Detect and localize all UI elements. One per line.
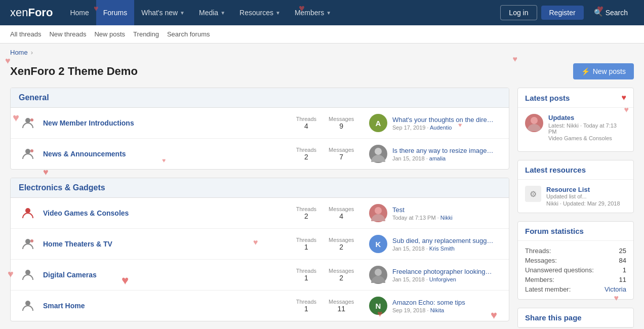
nav-resources[interactable]: Resources ▼ bbox=[232, 0, 288, 25]
avatar-home-theaters: K bbox=[369, 235, 387, 253]
forum-name-new-member[interactable]: New Member Introductions bbox=[43, 119, 134, 127]
latest-title-news[interactable]: Is there any way to resize images? bbox=[392, 147, 494, 154]
forum-name-news[interactable]: News & Announcements bbox=[43, 150, 126, 158]
lp-info: Updates Latest: Nikki · Today at 7:13 PM… bbox=[548, 114, 626, 141]
sidebar-share-title: Share this page bbox=[525, 313, 582, 322]
threads-stat-smart-home: Threads 1 bbox=[296, 299, 316, 313]
content-area: General New Member Introductions Thread bbox=[10, 88, 509, 329]
svg-point-2 bbox=[25, 149, 30, 154]
sidebar-share-header: Share this page bbox=[518, 308, 633, 327]
breadcrumb-sep: › bbox=[31, 49, 33, 56]
forum-stats-digital-cameras: Threads 1 Messages 2 bbox=[287, 268, 363, 282]
nav-media[interactable]: Media ▼ bbox=[192, 0, 232, 25]
sidebar-share: Share this page bbox=[517, 308, 634, 328]
forum-row-news: News & Announcements Threads 2 Messages … bbox=[11, 139, 509, 169]
latest-post-digital-cameras: Freelance photographer looking to… Jan 1… bbox=[369, 266, 501, 284]
stats-grid: Threads: 25 Messages: 84 Unanswered ques… bbox=[525, 247, 626, 293]
stat-key-unanswered: Unanswered questions: bbox=[525, 266, 600, 274]
svg-point-7 bbox=[25, 239, 30, 244]
stat-key-members: Members: bbox=[525, 276, 600, 283]
latest-meta-home-theaters: Jan 15, 2018 · Kris Smith bbox=[392, 245, 494, 252]
messages-stat-smart-home: Messages 11 bbox=[329, 299, 354, 313]
threads-stat-digital-cameras: Threads 1 bbox=[296, 268, 316, 282]
latest-meta-video-games: Today at 7:13 PM · Nikki bbox=[392, 215, 453, 221]
sidebar-forum-statistics: Forum statistics Threads: 25 Messages: 8… bbox=[517, 221, 634, 300]
stat-key-latest-member: Latest member: bbox=[525, 285, 600, 293]
threads-stat-new-member: Threads 4 bbox=[296, 116, 316, 130]
stat-val-messages: 84 bbox=[605, 257, 626, 264]
sub-nav-new-threads[interactable]: New threads bbox=[49, 30, 86, 38]
sidebar-forum-stats-body: Threads: 25 Messages: 84 Unanswered ques… bbox=[518, 241, 633, 299]
logo-text-bold: Foro bbox=[28, 6, 53, 19]
section-header-general: General bbox=[11, 88, 509, 108]
avatar-video-games bbox=[369, 204, 387, 222]
lp-avatar bbox=[525, 114, 543, 132]
sub-nav-new-posts[interactable]: New posts bbox=[94, 30, 125, 38]
svg-point-12 bbox=[531, 117, 538, 124]
breadcrumb: Home › bbox=[0, 44, 644, 61]
forum-info-video-games: Video Games & Consoles bbox=[43, 209, 281, 217]
nav-members[interactable]: Members ▼ bbox=[288, 0, 338, 25]
lp-title[interactable]: Updates bbox=[548, 114, 626, 121]
resource-title[interactable]: Resource List bbox=[546, 186, 620, 193]
stat-val-members: 11 bbox=[605, 276, 626, 283]
messages-stat-news: Messages 7 bbox=[329, 147, 354, 161]
sidebar-latest-resources-title: Latest resources bbox=[525, 166, 586, 174]
svg-point-9 bbox=[25, 270, 30, 275]
latest-info-news: Is there any way to resize images? Jan 1… bbox=[392, 147, 494, 161]
svg-point-11 bbox=[25, 301, 30, 306]
search-button[interactable]: 🔍 Search bbox=[588, 6, 634, 20]
register-button[interactable]: Register bbox=[541, 6, 584, 20]
latest-meta-digital-cameras: Jan 15, 2018 · Unforgiven bbox=[392, 276, 494, 282]
latest-info-home-theaters: Sub died, any replacement sugge… Jan 15,… bbox=[392, 237, 494, 252]
avatar-digital-cameras bbox=[369, 266, 387, 284]
nav-forums[interactable]: Forums bbox=[96, 0, 134, 25]
login-button[interactable]: Log in bbox=[500, 5, 537, 20]
forum-info-smart-home: Smart Home bbox=[43, 302, 281, 310]
sub-nav-all-threads[interactable]: All threads bbox=[10, 30, 41, 38]
latest-info-digital-cameras: Freelance photographer looking to… Jan 1… bbox=[392, 268, 494, 282]
latest-title-smart-home[interactable]: Amazon Echo: some tips bbox=[392, 299, 465, 306]
stat-key-threads: Threads: bbox=[525, 247, 600, 255]
top-nav: ♥ ♥ ♥ xenForo Home Forums What's new ▼ M… bbox=[0, 0, 644, 25]
svg-point-0 bbox=[25, 118, 30, 123]
forum-name-digital-cameras[interactable]: Digital Cameras bbox=[43, 271, 97, 279]
latest-post-home-theaters: K Sub died, any replacement sugge… Jan 1… bbox=[369, 235, 501, 253]
latest-post-news: Is there any way to resize images? Jan 1… bbox=[369, 145, 501, 163]
main-layout: General New Member Introductions Thread bbox=[0, 88, 644, 329]
page-title: XenForo 2 Theme Demo bbox=[10, 65, 138, 78]
messages-stat-new-member: Messages 9 bbox=[329, 116, 354, 130]
sidebar-forum-stats-title: Forum statistics bbox=[525, 227, 584, 235]
nav-home[interactable]: Home bbox=[63, 0, 96, 25]
latest-title-home-theaters[interactable]: Sub died, any replacement sugge… bbox=[392, 237, 494, 244]
forum-name-home-theaters[interactable]: Home Theaters & TV bbox=[43, 240, 112, 248]
breadcrumb-home[interactable]: Home bbox=[10, 49, 28, 56]
logo[interactable]: xenForo bbox=[10, 6, 53, 19]
sidebar-latest-resources-body: ⚙ Resource List Updated list of... Nikki… bbox=[518, 180, 633, 213]
nav-whats-new[interactable]: What's new ▼ bbox=[134, 0, 192, 25]
latest-info-video-games: Test Today at 7:13 PM · Nikki bbox=[392, 206, 453, 221]
sub-nav-search-forums[interactable]: Search forums bbox=[167, 30, 210, 38]
nav-right: Log in Register 🔍 Search bbox=[500, 5, 634, 20]
new-posts-button[interactable]: ⚡ New posts bbox=[573, 63, 634, 79]
messages-stat-home-theaters: Messages 2 bbox=[329, 237, 354, 251]
forum-name-smart-home[interactable]: Smart Home bbox=[43, 302, 85, 310]
svg-point-8 bbox=[30, 239, 33, 242]
resource-item: ⚙ Resource List Updated list of... Nikki… bbox=[525, 186, 626, 207]
avatar-news bbox=[369, 145, 387, 163]
resources-arrow: ▼ bbox=[275, 10, 280, 16]
sub-nav-trending[interactable]: Trending bbox=[133, 30, 159, 38]
stat-val-latest-member[interactable]: Victoria bbox=[605, 285, 626, 293]
sidebar-latest-posts: Latest posts ♥ Updates Latest: Nikki · T… bbox=[517, 88, 634, 152]
section-title-general: General bbox=[19, 93, 49, 102]
forum-icon-home-theaters bbox=[19, 235, 37, 253]
latest-meta-news: Jan 15, 2018 · amalia bbox=[392, 155, 494, 161]
sidebar-latest-posts-title: Latest posts bbox=[525, 94, 570, 102]
latest-title-video-games[interactable]: Test bbox=[392, 206, 453, 214]
latest-title-new-member[interactable]: What's your thoughts on the direc… bbox=[392, 116, 494, 124]
forum-stats-news: Threads 2 Messages 7 bbox=[287, 147, 363, 161]
forum-stats-home-theaters: Threads 1 Messages 2 bbox=[287, 237, 363, 251]
forum-name-video-games[interactable]: Video Games & Consoles bbox=[43, 209, 129, 217]
lightning-icon: ⚡ bbox=[581, 67, 590, 75]
latest-title-digital-cameras[interactable]: Freelance photographer looking to… bbox=[392, 268, 494, 275]
